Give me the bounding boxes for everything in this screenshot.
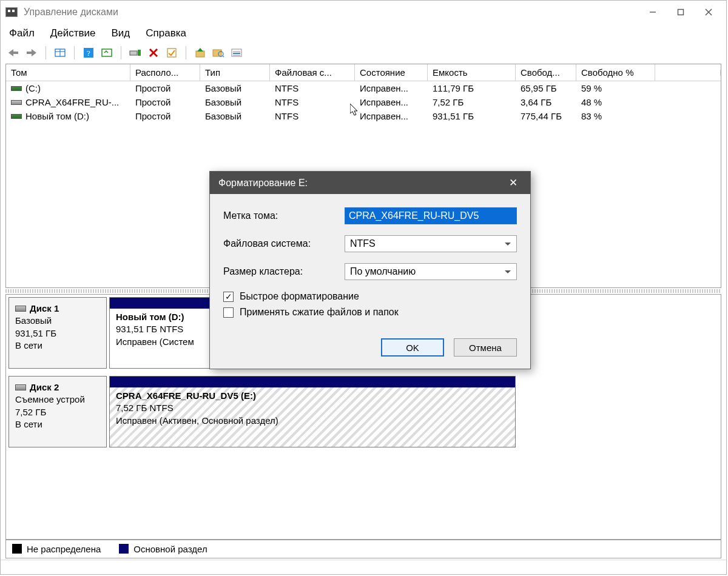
col-free[interactable]: Свобод... bbox=[516, 64, 576, 81]
svg-rect-15 bbox=[138, 50, 141, 56]
col-volume[interactable]: Том bbox=[6, 64, 130, 81]
help-icon[interactable]: ? bbox=[81, 45, 96, 60]
connect-icon[interactable] bbox=[127, 45, 143, 60]
minimize-button[interactable] bbox=[639, 3, 667, 21]
statusbar bbox=[1, 560, 726, 574]
disk-label[interactable]: Диск 1 Базовый 931,51 ГБ В сети bbox=[8, 297, 107, 369]
svg-text:?: ? bbox=[87, 49, 90, 58]
volume-row[interactable]: CPRA_X64FRE_RU-...ПростойБазовыйNTFSИспр… bbox=[6, 95, 721, 109]
col-fs[interactable]: Файловая с... bbox=[270, 64, 355, 81]
menu-help[interactable]: Справка bbox=[146, 27, 186, 39]
partition-stripe bbox=[110, 377, 515, 387]
svg-marker-6 bbox=[32, 49, 36, 56]
refresh-icon[interactable] bbox=[99, 45, 115, 60]
label-volume-name: Метка тома: bbox=[223, 210, 345, 221]
menu-view[interactable]: Вид bbox=[112, 27, 130, 39]
disk-partition[interactable]: CPRA_X64FRE_RU-RU_DV5 (E:) 7,52 ГБ NTFS … bbox=[109, 376, 516, 447]
disk-icon bbox=[15, 306, 26, 312]
legend: Не распределена Основной раздел bbox=[5, 540, 721, 558]
format-dialog: Форматирование E: ✕ Метка тома: Файловая… bbox=[209, 171, 531, 369]
dialog-title: Форматирование E: bbox=[218, 178, 502, 189]
disk-icon bbox=[15, 384, 26, 390]
cluster-size-select[interactable]: По умолчанию bbox=[345, 263, 517, 280]
svg-rect-18 bbox=[167, 49, 176, 57]
filesystem-select[interactable]: NTFS bbox=[345, 235, 517, 252]
svg-rect-14 bbox=[130, 51, 137, 55]
menubar: Файл Действие Вид Справка bbox=[1, 24, 726, 45]
menu-action[interactable]: Действие bbox=[50, 27, 96, 39]
list-select-icon[interactable] bbox=[229, 45, 244, 60]
legend-primary: Основной раздел bbox=[119, 544, 207, 554]
quick-format-label: Быстрое форматирование bbox=[240, 291, 359, 302]
window-title: Управление дисками bbox=[24, 7, 639, 18]
col-layout[interactable]: Располо... bbox=[130, 64, 200, 81]
menu-file[interactable]: Файл bbox=[9, 27, 35, 39]
col-freepct[interactable]: Свободно % bbox=[576, 64, 655, 81]
titlebar: Управление дисками bbox=[1, 1, 726, 24]
svg-marker-20 bbox=[197, 48, 203, 52]
volume-label-input[interactable] bbox=[345, 207, 517, 224]
disk-row: Диск 2 Съемное устрой 7,52 ГБ В сети CPR… bbox=[7, 375, 720, 454]
svg-rect-5 bbox=[13, 52, 18, 54]
volume-row[interactable]: (C:)ПростойБазовыйNTFSИсправен...111,79 … bbox=[6, 81, 721, 95]
close-button[interactable] bbox=[695, 3, 723, 21]
svg-rect-21 bbox=[213, 50, 221, 56]
enable-compression-checkbox[interactable] bbox=[223, 307, 234, 318]
svg-rect-7 bbox=[27, 52, 32, 54]
quick-format-checkbox[interactable] bbox=[223, 292, 234, 302]
svg-line-23 bbox=[223, 56, 224, 57]
ok-button[interactable]: OK bbox=[381, 338, 444, 357]
maximize-button[interactable] bbox=[667, 3, 695, 21]
back-icon[interactable] bbox=[5, 45, 21, 60]
dialog-titlebar[interactable]: Форматирование E: ✕ bbox=[210, 172, 530, 194]
legend-unallocated: Не распределена bbox=[12, 544, 101, 554]
label-filesystem: Файловая система: bbox=[223, 238, 345, 249]
label-cluster: Размер кластера: bbox=[223, 266, 345, 277]
col-status[interactable]: Состояние bbox=[355, 64, 428, 81]
toolbar: ? bbox=[1, 45, 726, 64]
volume-row[interactable]: Новый том (D:)ПростойБазовыйNTFSИсправен… bbox=[6, 109, 721, 123]
svg-rect-1 bbox=[678, 10, 684, 15]
delete-icon[interactable] bbox=[146, 45, 161, 60]
view-list-icon[interactable] bbox=[52, 45, 68, 60]
forward-icon[interactable] bbox=[24, 45, 39, 60]
col-capacity[interactable]: Емкость bbox=[428, 64, 516, 81]
svg-rect-19 bbox=[196, 51, 204, 57]
svg-marker-4 bbox=[8, 49, 13, 56]
volume-list-header: Том Располо... Тип Файловая с... Состоян… bbox=[6, 64, 721, 81]
folder-search-icon[interactable] bbox=[211, 45, 226, 60]
up-arrow-icon[interactable] bbox=[192, 45, 208, 60]
properties-check-icon[interactable] bbox=[164, 45, 180, 60]
app-icon bbox=[5, 7, 18, 17]
cancel-button[interactable]: Отмена bbox=[454, 338, 517, 357]
col-type[interactable]: Тип bbox=[200, 64, 270, 81]
dialog-close-icon[interactable]: ✕ bbox=[502, 176, 524, 189]
disk-label[interactable]: Диск 2 Съемное устрой 7,52 ГБ В сети bbox=[8, 376, 107, 447]
enable-compression-label: Применять сжатие файлов и папок bbox=[240, 307, 399, 318]
svg-rect-13 bbox=[102, 49, 112, 56]
